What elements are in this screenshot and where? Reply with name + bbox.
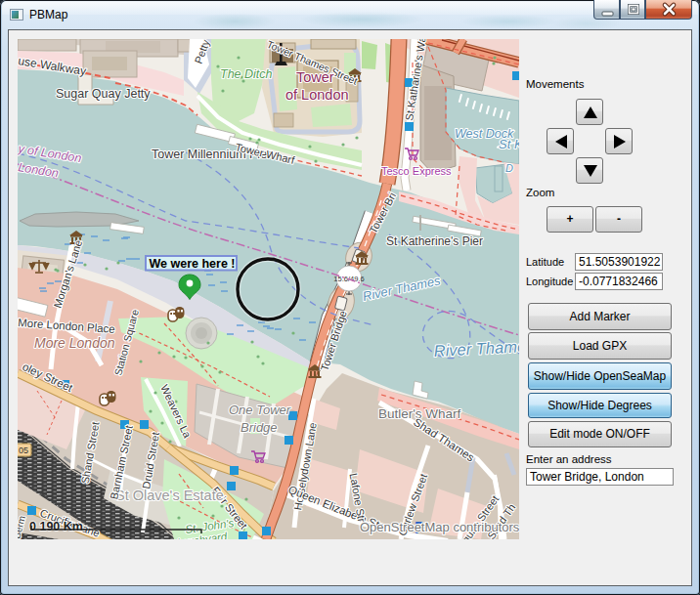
svg-text:D: D (505, 162, 513, 174)
svg-text:Bridge: Bridge (241, 420, 278, 435)
svg-text:One Tower: One Tower (229, 403, 291, 417)
svg-text:St Katherine's Pier: St Katherine's Pier (386, 234, 483, 248)
svg-text:OpenStreetMap contributors: OpenStreetMap contributors (360, 520, 519, 534)
svg-text:of London: of London (285, 87, 349, 103)
svg-text:St K: St K (499, 137, 519, 151)
svg-text:More London: More London (34, 335, 115, 351)
svg-text:We were here !: We were here ! (150, 257, 236, 271)
svg-text:Tesco Express: Tesco Express (381, 165, 452, 177)
svg-text:Sugar Quay Jetty: Sugar Quay Jetty (56, 87, 151, 101)
svg-text:0 190 Km: 0 190 Km (29, 520, 83, 533)
svg-text:The Ditch: The Ditch (220, 67, 273, 81)
svg-text:05: 05 (19, 446, 28, 455)
svg-text:St Olave's Estate: St Olave's Estate (115, 488, 224, 503)
svg-text:Tower: Tower (296, 69, 334, 85)
